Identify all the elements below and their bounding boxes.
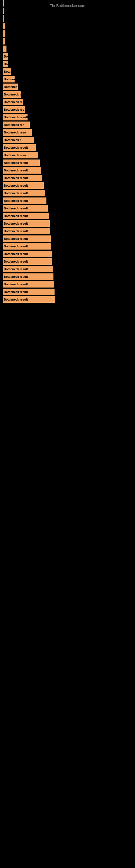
- bar-item: [3, 15, 132, 22]
- bottleneck-bar: Bottleneck result: [3, 114, 28, 120]
- bottleneck-bar: Bo: [3, 53, 8, 60]
- bar-item: Bottleneck result: [3, 190, 132, 196]
- bar-item: Bottleneck result: [3, 182, 132, 189]
- bar-item: Bottleneck result: [3, 258, 132, 265]
- bottleneck-bar: Bottleneck res: [3, 122, 30, 128]
- bottleneck-bar: Bottleneck result: [3, 144, 36, 151]
- bar-item: Bottleneck result: [3, 144, 132, 151]
- bottleneck-bar: Bottl: [3, 68, 11, 75]
- bar-item: Bottleneck result: [3, 243, 132, 250]
- bar-item: Bottleneck result: [3, 205, 132, 212]
- bottleneck-bar: Bottleneck result: [3, 296, 55, 303]
- bottleneck-bar: Bottleneck result: [3, 281, 54, 287]
- bottleneck-bar: Bottleneck result: [3, 251, 52, 257]
- bottleneck-bar: [3, 38, 5, 44]
- bottleneck-bar: [3, 0, 4, 6]
- bottleneck-bar: Bottleneck resu: [3, 129, 32, 135]
- bottleneck-bar: Bottleneck result: [3, 236, 51, 242]
- bottleneck-bar: Bottlenec: [3, 84, 18, 90]
- bar-item: [3, 23, 132, 29]
- bar-item: Bottleneck result: [3, 114, 132, 120]
- bottleneck-bar: Bottleneck result: [3, 258, 52, 265]
- bar-item: Bottleneck result: [3, 228, 132, 235]
- bar-item: Bottleneck result: [3, 197, 132, 204]
- bar-item: Bottleneck result: [3, 266, 132, 272]
- bar-item: Bottlene: [3, 76, 132, 83]
- bottleneck-bar: Bottleneck result: [3, 243, 51, 250]
- bottleneck-bar: Bottleneck result: [3, 205, 48, 212]
- bar-item: Bottleneck result: [3, 213, 132, 219]
- bars-container: BoBotBottlBottleneBottlenecBottleneck rB…: [0, 0, 135, 303]
- bottleneck-bar: [3, 8, 4, 14]
- bottleneck-bar: Bottleneck result: [3, 190, 45, 196]
- bar-item: Bottleneck result: [3, 281, 132, 287]
- bar-item: Bot: [3, 61, 132, 67]
- bottleneck-bar: Bottleneck re: [3, 99, 23, 105]
- bar-item: [3, 8, 132, 14]
- bar-item: Bottleneck r: [3, 137, 132, 143]
- bar-item: Bottleneck result: [3, 251, 132, 257]
- bottleneck-bar: [3, 15, 4, 22]
- bar-item: [3, 30, 132, 37]
- bar-item: Bottleneck resu: [3, 129, 132, 135]
- bottleneck-bar: Bottlene: [3, 76, 14, 83]
- bar-item: [3, 0, 132, 6]
- bottleneck-bar: Bottleneck r: [3, 137, 34, 143]
- bottleneck-bar: [3, 30, 5, 37]
- bar-item: Bottleneck result: [3, 220, 132, 227]
- bar-item: Bottleneck res: [3, 106, 132, 113]
- bottleneck-bar: Bottleneck result: [3, 159, 40, 166]
- bar-item: Bottlenec: [3, 84, 132, 90]
- bottleneck-bar: Bottleneck result: [3, 289, 54, 295]
- bar-item: Bottleneck result: [3, 175, 132, 181]
- bottleneck-bar: Bot: [3, 61, 8, 67]
- bar-item: [3, 38, 132, 44]
- bottleneck-bar: Bottleneck result: [3, 197, 46, 204]
- bar-item: Bottleneck result: [3, 159, 132, 166]
- bottleneck-bar: Bottleneck result: [3, 266, 53, 272]
- bottleneck-bar: [3, 23, 5, 29]
- bottleneck-bar: Bottleneck res: [3, 106, 26, 113]
- bottleneck-bar: Bottleneck result: [3, 213, 49, 219]
- bar-item: Bottleneck result: [3, 289, 132, 295]
- bar-item: Bottleneck result: [3, 236, 132, 242]
- bottleneck-bar: Bottleneck result: [3, 273, 53, 280]
- bar-item: [3, 45, 132, 52]
- bar-item: Bottleneck re: [3, 99, 132, 105]
- bottleneck-bar: Bottleneck r: [3, 91, 21, 98]
- bar-item: Bottleneck resu: [3, 152, 132, 158]
- bottleneck-bar: Bottleneck result: [3, 175, 42, 181]
- bottleneck-bar: Bottleneck result: [3, 182, 44, 189]
- bar-item: Bottl: [3, 68, 132, 75]
- bar-item: Bottleneck r: [3, 91, 132, 98]
- bar-item: Bottleneck result: [3, 167, 132, 174]
- bar-item: Bottleneck res: [3, 122, 132, 128]
- bottleneck-bar: Bottleneck resu: [3, 152, 38, 158]
- bar-item: Bottleneck result: [3, 273, 132, 280]
- bar-item: Bottleneck result: [3, 296, 132, 303]
- bar-item: Bo: [3, 53, 132, 60]
- bottleneck-bar: Bottleneck result: [3, 228, 50, 235]
- bottleneck-bar: [3, 45, 6, 52]
- bottleneck-bar: Bottleneck result: [3, 167, 41, 174]
- bottleneck-bar: Bottleneck result: [3, 220, 50, 227]
